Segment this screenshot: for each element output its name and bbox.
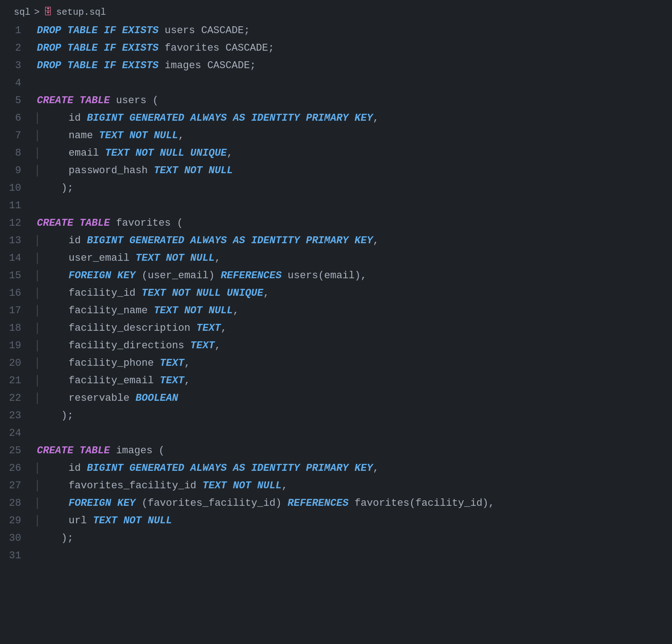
line-content: facility_email TEXT, — [37, 375, 672, 386]
token-plain: ); — [37, 182, 73, 194]
line-content: password_hash TEXT NOT NULL — [37, 165, 672, 176]
token-plain — [93, 130, 99, 141]
line-number: 26 — [0, 463, 32, 474]
token-indent: facility_phone — [44, 357, 160, 369]
token-indent: facility_directions — [44, 340, 190, 351]
line-content: facility_description TEXT, — [37, 322, 672, 334]
code-line: 13 id BIGINT GENERATED ALWAYS AS IDENTIT… — [0, 234, 672, 252]
line-number: 10 — [0, 182, 32, 194]
code-line: 5CREATE TABLE users ( — [0, 94, 672, 111]
token-kw-references: REFERENCES — [288, 498, 348, 509]
line-content: ); — [32, 182, 672, 194]
token-plain: , — [263, 287, 269, 299]
code-line: 27 favorites_facility_id TEXT NOT NULL, — [0, 479, 672, 497]
line-content: id BIGINT GENERATED ALWAYS AS IDENTITY P… — [37, 235, 672, 246]
token-plain: , — [184, 357, 190, 369]
token-indent — [44, 130, 69, 141]
token-kw-constraint: FOREIGN KEY — [69, 498, 136, 509]
line-content: ); — [32, 533, 672, 544]
line-number: 23 — [0, 410, 32, 422]
token-column-name: name — [69, 130, 93, 141]
token-kw-create: CREATE TABLE — [37, 95, 110, 106]
code-line: 30 ); — [0, 532, 672, 549]
line-content: facility_id TEXT NOT NULL UNIQUE, — [37, 287, 672, 299]
code-line: 21 facility_email TEXT, — [0, 374, 672, 392]
line-number: 14 — [0, 252, 32, 264]
token-plain: images CASCADE; — [159, 60, 256, 71]
line-number: 18 — [0, 322, 32, 334]
token-plain: favorites ( — [110, 217, 183, 229]
code-line: 6 id BIGINT GENERATED ALWAYS AS IDENTITY… — [0, 111, 672, 129]
sql-breadcrumb[interactable]: sql — [14, 7, 30, 18]
line-number: 9 — [0, 165, 32, 176]
line-content: FOREIGN KEY (user_email) REFERENCES user… — [37, 270, 672, 281]
line-number: 12 — [0, 217, 32, 229]
token-kw-type: TEXT NOT NULL UNIQUE — [105, 147, 227, 159]
code-line: 19 facility_directions TEXT, — [0, 339, 672, 357]
token-kw-type: TEXT — [196, 322, 221, 334]
line-content: CREATE TABLE images ( — [32, 445, 672, 457]
line-content: DROP TABLE IF EXISTS favorites CASCADE; — [32, 42, 672, 54]
token-kw-drop: DROP TABLE IF EXISTS — [37, 42, 159, 54]
code-line: 24 — [0, 427, 672, 444]
token-kw-create: CREATE TABLE — [37, 217, 110, 229]
code-line: 12CREATE TABLE favorites ( — [0, 217, 672, 234]
line-content: CREATE TABLE users ( — [32, 95, 672, 106]
token-plain — [87, 515, 93, 527]
token-plain: , — [227, 147, 233, 159]
line-content: reservable BOOLEAN — [37, 392, 672, 404]
code-line: 26 id BIGINT GENERATED ALWAYS AS IDENTIT… — [0, 462, 672, 479]
token-plain: favorites(facility_id), — [348, 498, 495, 509]
line-content: FOREIGN KEY (favorites_facility_id) REFE… — [37, 498, 672, 509]
code-line: 25CREATE TABLE images ( — [0, 444, 672, 462]
line-number: 30 — [0, 533, 32, 544]
line-number: 17 — [0, 305, 32, 316]
token-indent — [44, 498, 69, 509]
line-content: favorites_facility_id TEXT NOT NULL, — [37, 480, 672, 492]
line-number: 28 — [0, 498, 32, 509]
code-line: 17 facility_name TEXT NOT NULL, — [0, 304, 672, 322]
code-line: 10 ); — [0, 181, 672, 199]
token-kw-references: REFERENCES — [221, 270, 282, 281]
db-icon: 🗄 — [43, 6, 53, 18]
line-content: DROP TABLE IF EXISTS images CASCADE; — [32, 60, 672, 71]
token-plain: , — [373, 112, 379, 124]
token-kw-type: TEXT NOT NULL UNIQUE — [141, 287, 263, 299]
token-kw-type: TEXT NOT NULL — [154, 165, 233, 176]
file-breadcrumb[interactable]: setup.sql — [56, 7, 106, 18]
token-plain: , — [373, 463, 379, 474]
line-number: 6 — [0, 112, 32, 124]
code-line: 16 facility_id TEXT NOT NULL UNIQUE, — [0, 287, 672, 304]
token-kw-drop: DROP TABLE IF EXISTS — [37, 25, 159, 36]
token-kw-type: TEXT NOT NULL — [154, 305, 233, 316]
code-line: 8 email TEXT NOT NULL UNIQUE, — [0, 146, 672, 164]
token-plain: images ( — [110, 445, 165, 457]
line-content: facility_phone TEXT, — [37, 357, 672, 369]
line-content: user_email TEXT NOT NULL, — [37, 252, 672, 264]
token-indent: email — [44, 147, 105, 159]
line-content: facility_name TEXT NOT NULL, — [37, 305, 672, 316]
token-kw-type: TEXT NOT NULL — [99, 130, 178, 141]
code-line: 7 name TEXT NOT NULL, — [0, 129, 672, 146]
token-plain: , — [215, 252, 221, 264]
code-line: 1DROP TABLE IF EXISTS users CASCADE; — [0, 24, 672, 41]
code-line: 22 reservable BOOLEAN — [0, 392, 672, 409]
code-line: 18 facility_description TEXT, — [0, 322, 672, 339]
token-plain: , — [373, 235, 379, 246]
token-kw-constraint: FOREIGN KEY — [69, 270, 136, 281]
token-kw-type: BIGINT GENERATED ALWAYS AS IDENTITY PRIM… — [87, 235, 373, 246]
token-indent: favorites_facility_id — [44, 480, 202, 492]
token-plain: favorites CASCADE; — [159, 42, 274, 54]
line-number: 16 — [0, 287, 32, 299]
token-plain: (favorites_facility_id) — [136, 498, 288, 509]
line-content: url TEXT NOT NULL — [37, 515, 672, 527]
token-plain: , — [178, 130, 184, 141]
token-kw-type: TEXT — [190, 340, 215, 351]
line-number: 31 — [0, 550, 32, 562]
token-plain: ); — [37, 410, 73, 422]
code-line: 20 facility_phone TEXT, — [0, 357, 672, 374]
token-kw-type: TEXT — [160, 357, 184, 369]
token-indent: password_hash — [44, 165, 154, 176]
line-number: 22 — [0, 392, 32, 404]
token-plain: , — [184, 375, 190, 386]
